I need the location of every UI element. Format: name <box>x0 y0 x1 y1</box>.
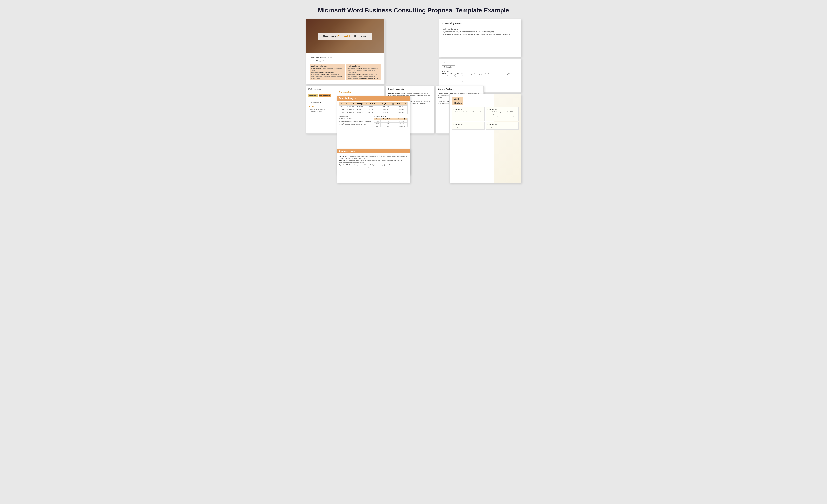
fin-row-3: 20XX $1,800,000 $900,000 $900,000 $500,0… <box>339 111 407 114</box>
fin-row1-net: $200,000 <box>395 106 407 108</box>
deliverable2: Deliverable 2 ndations based on current … <box>442 78 518 82</box>
fin-header-opex: Operating Expenses ($) <box>377 102 395 106</box>
fin-row3-revenue: $1,800,000 <box>345 111 355 114</box>
case-study-1: Case Study 1 Guided a technology firm to… <box>452 107 485 121</box>
proj-header-year: Year <box>374 118 381 120</box>
cover-title-part1: Business <box>323 35 337 38</box>
industry-point1-title: Align with Growth Trends: <box>388 92 405 94</box>
case-studies-header: Case Studies <box>452 97 519 105</box>
case4-title: Case Study 4 <box>488 124 517 125</box>
proj-row-1: 20XX 50 $730,000 <box>374 120 407 123</box>
challenges-box: Business Challenges • Differentiating th… <box>309 64 345 80</box>
proj-row1-revenue: $730,000 <box>396 120 407 123</box>
client-name: Client: Tech Innovators, Inc. <box>309 56 381 59</box>
case2-title: Case Study 2 <box>488 109 517 110</box>
fin-row3-cogs: $900,000 <box>355 111 364 114</box>
case3-title: Case Study 3 <box>453 124 483 125</box>
cover-challenges-row: Business Challenges • Differentiating th… <box>309 64 381 80</box>
fin-row2-revenue: $1,500,000 <box>345 108 355 111</box>
cover-title-accent: Consulting <box>337 35 353 38</box>
fin-row1-revenue: $1,200,000 <box>345 106 355 108</box>
proj-row3-customers: 150 <box>381 125 396 127</box>
case-studies-grid: Case Study 1 Guided a technology firm to… <box>452 107 519 129</box>
deliverable1: Deliverable 1 SWOT-Based Strategic Plan:… <box>442 71 518 77</box>
cover-title-part2: Proposal <box>353 35 368 38</box>
financial-title: Financial Analysis <box>337 96 410 101</box>
deliverable2-desc: ndations based on current industry trend… <box>442 80 474 82</box>
fin-row1-year: 20XX <box>339 106 345 108</box>
market-risk-title: Market Risk: <box>339 155 347 157</box>
fin-row2-net: $300,000 <box>395 108 407 111</box>
fin-header-cogs: COGS ($) <box>355 102 364 106</box>
fin-row3-year: 20XX <box>339 111 345 114</box>
swot-internal-label: Internal Factors <box>308 91 382 93</box>
strengths-header: Strengths + <box>308 94 318 97</box>
fin-row1-gross: $400,000 <box>364 106 377 108</box>
proj-row2-year: 20XX <box>374 123 381 125</box>
case-study-4: Case Study 4 Description <box>486 122 519 129</box>
cover-client: Client: Tech Innovators, Inc. Silicon Va… <box>309 56 381 62</box>
hourly-rate: Hourly Rate: $175/hour <box>442 27 518 31</box>
cover-title: Business Consulting Proposal <box>323 35 368 38</box>
proj-row2-revenue: $1,500,000 <box>396 123 407 125</box>
case1-desc: Guided a technology firm to a 30% increa… <box>453 111 483 117</box>
weaknesses-header: Weaknesses – <box>319 94 330 97</box>
fin-row-1: 20XX $1,200,000 $600,000 $400,000 $400,0… <box>339 106 407 108</box>
fin-row1-opex: $400,000 <box>377 106 395 108</box>
case-study-2: Case Study 2 Enabled a SaaS company to a… <box>486 107 519 121</box>
case-title-line1: Case <box>452 97 464 101</box>
fin-header-gross: Gross Profit ($) <box>364 102 377 106</box>
project-fee: Project-Based Fee: $35,000 (includes all… <box>442 31 518 33</box>
industry-title: Industry Analysis <box>388 88 432 91</box>
project-tag: Project <box>442 61 451 65</box>
challenges-title: Business Challenges <box>311 65 343 67</box>
client-location: Silicon Valley, CA <box>309 59 381 62</box>
demand-point1-title: Address Market Needs: <box>438 92 453 94</box>
solutions-content: • Developing strategies that align with … <box>348 68 379 79</box>
deliverable1-title: Deliverable 1 <box>442 71 450 72</box>
cover-title-box: Business Consulting Proposal <box>318 33 372 40</box>
cover-bottom: Client: Tech Innovators, Inc. Silicon Va… <box>306 53 384 83</box>
projected-title: Projected Revenue: <box>374 115 407 117</box>
proj-row1-customers: 50 <box>381 120 396 123</box>
projected-table: Year Target Customers Revenue ($) 20XX 5… <box>374 118 407 127</box>
demand-title: Demand Analysis <box>438 88 481 91</box>
fin-row3-gross: $900,000 <box>364 111 377 114</box>
proj-row3-year: 20XX <box>374 125 381 127</box>
financial-risk-title: Financial Risk: <box>339 160 349 161</box>
financial-table: Year Revenue ($) COGS ($) Gross Profit (… <box>339 102 407 114</box>
deliverable2-title: Deliverable 2 <box>442 78 450 80</box>
rates-title: Consulting Rates <box>442 22 518 26</box>
solutions-box: Project Solutions • Developing strategie… <box>346 64 381 80</box>
assumption-1: 1. Launch Date: Q2 2026 <box>339 118 373 119</box>
proj-header-revenue: Revenue ($) <box>396 118 407 120</box>
deliverables-section: Project Deliverables <box>442 61 518 69</box>
assumption-3: 3. Market Penetration Rate: 5% in Year 1… <box>339 121 373 124</box>
proj-row2-customers: 100 <box>381 123 396 125</box>
deliverable1-name: SWOT-Based Strategic Plan: <box>442 73 460 74</box>
proj-row1-year: 20XX <box>374 120 381 123</box>
case-studies-card: Case Studies Case Study 1 Guided a techn… <box>449 94 521 183</box>
rates-content: Hourly Rate: $175/hour Project-Based Fee… <box>442 27 518 36</box>
assumption-2: 2. Target Market: Mid-sized businesses <box>339 119 373 121</box>
cover-card: Business Consulting Proposal Client: Tec… <box>306 19 385 84</box>
fin-row2-gross: $750,000 <box>364 108 377 111</box>
fin-header-net: Net Income ($) <box>395 102 407 106</box>
page-title: Microsoft Word Business Consulting Propo… <box>3 3 824 19</box>
fin-row3-opex: $500,000 <box>377 111 395 114</box>
rates-card: Consulting Rates Hourly Rate: $175/hour … <box>439 19 521 57</box>
case3-desc: Description <box>453 126 483 128</box>
case2-desc: Enabled a SaaS company to achieve 25% re… <box>488 111 517 119</box>
fin-header-year: Year <box>339 102 345 106</box>
proj-row3-revenue: $2,250,000 <box>396 125 407 127</box>
assumptions-box: Assumptions: 1. Launch Date: Q2 2026 2. … <box>339 115 373 127</box>
main-container: Business Consulting Proposal Client: Tec… <box>302 19 525 156</box>
fin-row1-cogs: $600,000 <box>355 106 364 108</box>
assumption-4: 4. Average Revenue Per Customer: $15,000 <box>339 124 373 125</box>
case-study-3: Case Study 3 Description <box>452 122 485 129</box>
proj-row-2: 20XX 100 $1,500,000 <box>374 123 407 125</box>
fin-row-2: 20XX $1,500,000 $750,000 $750,000 $450,0… <box>339 108 407 111</box>
risk-title: Risk Assessment <box>337 149 410 154</box>
fin-row3-net: $400,000 <box>395 111 407 114</box>
projected-box: Projected Revenue: Year Target Customers… <box>374 115 407 127</box>
